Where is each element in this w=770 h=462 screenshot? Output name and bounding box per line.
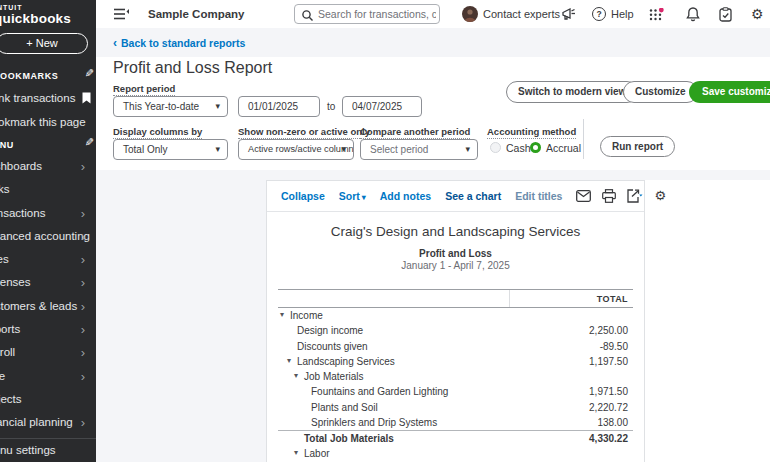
sidebar-item-advanced-accounting[interactable]: Advanced accounting› — [0, 225, 96, 248]
help-icon[interactable]: ? — [592, 7, 606, 21]
table-row-plants-and-soil[interactable]: Plants and Soil 2,220.72 — [278, 400, 633, 415]
bookmark-icon — [82, 92, 91, 104]
avatar[interactable] — [462, 6, 478, 22]
table-row-total-job-materials[interactable]: Total Job Materials 4,330.22 — [278, 430, 633, 445]
sidebar-item-expenses[interactable]: Expenses› — [0, 271, 96, 294]
report-settings-gear-icon[interactable]: ⚙ — [654, 189, 666, 203]
sidebar: INTUIT quickbooks + New BOOKMARKS ✎ Bank… — [0, 0, 96, 462]
collapse-nav-icon[interactable] — [114, 8, 129, 20]
table-row-income[interactable]: ▾ Income — [278, 308, 633, 323]
sidebar-item-time[interactable]: Time› — [0, 365, 96, 388]
chevron-right-icon: › — [81, 318, 85, 341]
sidebar-divider — [0, 438, 96, 439]
sort-dropdown[interactable]: Sort▾ — [339, 190, 366, 202]
cash-radio-label: Cash — [506, 142, 531, 154]
run-report-button[interactable]: Run report — [600, 136, 675, 157]
date-from-input[interactable]: 01/01/2025 — [238, 96, 320, 117]
new-button[interactable]: + New — [0, 33, 88, 54]
sidebar-item-menu-settings[interactable]: Menu settings — [0, 444, 56, 456]
sidebar-item-bank-transactions[interactable]: Bank transactions — [0, 92, 75, 104]
edit-titles-link[interactable]: Edit titles — [515, 190, 562, 202]
bookmarks-section-header: BOOKMARKS — [0, 71, 58, 81]
report-toolbar: Collapse Sort▾ Add notes See a chart Edi… — [267, 181, 644, 212]
sidebar-item-financial-planning[interactable]: Financial planning› — [0, 411, 96, 434]
notifications-bell-icon[interactable] — [686, 7, 700, 22]
sidebar-item-payroll[interactable]: Payroll› — [0, 341, 96, 364]
nonzero-dropdown[interactable]: Active rows/active columns ▾ — [238, 139, 354, 160]
collapse-triangle-icon[interactable]: ▾ — [280, 307, 284, 322]
company-name[interactable]: Sample Company — [148, 0, 245, 28]
collapse-triangle-icon[interactable]: ▾ — [294, 368, 298, 383]
caret-down-icon: ▾ — [465, 140, 470, 159]
cash-radio[interactable] — [490, 142, 501, 153]
report-card: Collapse Sort▾ Add notes See a chart Edi… — [266, 180, 645, 462]
chevron-right-icon: › — [81, 411, 85, 434]
add-notes-link[interactable]: Add notes — [380, 190, 431, 202]
caret-down-icon: ▾ — [215, 97, 220, 116]
sidebar-item-sales[interactable]: Sales› — [0, 248, 96, 271]
accrual-radio[interactable] — [530, 142, 541, 153]
back-to-standard-reports-link[interactable]: ‹Back to standard reports — [113, 36, 245, 50]
collapse-link[interactable]: Collapse — [281, 190, 325, 202]
column-divider — [509, 290, 510, 307]
global-search[interactable] — [294, 4, 440, 24]
switch-to-modern-view-button[interactable]: Switch to modern view — [506, 81, 638, 103]
sidebar-item-projects[interactable]: Projects — [0, 388, 96, 411]
date-to-input[interactable]: 04/07/2025 — [342, 96, 422, 117]
chevron-right-icon: › — [81, 365, 85, 388]
report-area-left-margin — [96, 170, 266, 462]
collapse-triangle-icon[interactable]: ▾ — [294, 445, 298, 460]
quickbooks-logo-text: quickbooks — [0, 12, 71, 27]
search-input[interactable] — [318, 5, 436, 23]
sidebar-item-dashboards[interactable]: Dashboards› — [0, 155, 96, 178]
megaphone-icon[interactable] — [562, 8, 576, 20]
page-title: Profit and Loss Report — [113, 59, 272, 77]
sidebar-item-transactions[interactable]: Transactions› — [0, 202, 96, 225]
top-navbar: Sample Company Contact experts — [96, 0, 770, 28]
display-columns-dropdown[interactable]: Total Only ▾ — [113, 139, 228, 160]
chevron-right-icon: › — [81, 248, 85, 271]
chevron-right-icon: › — [81, 271, 85, 294]
collapse-triangle-icon[interactable]: ▾ — [287, 353, 291, 368]
sidebar-item-customers-leads[interactable]: Customers & leads› — [0, 295, 96, 318]
print-icon[interactable] — [602, 189, 616, 203]
table-row-job-materials[interactable]: ▾ Job Materials — [278, 369, 633, 384]
compare-period-dropdown[interactable]: Select period ▾ — [360, 139, 478, 160]
report-company-name: Craig's Design and Landscaping Services — [267, 224, 644, 239]
chevron-right-icon: › — [81, 225, 85, 248]
settings-gear-icon[interactable]: ⚙ — [751, 7, 764, 21]
help-button[interactable]: Help — [611, 0, 634, 28]
table-row-landscaping-services[interactable]: ▾ Landscaping Services 1,197.50 — [278, 354, 633, 369]
table-row-fountains-garden-lighting[interactable]: Fountains and Garden Lighting 1,971.50 — [278, 384, 633, 399]
caret-down-icon: ▾ — [362, 193, 366, 202]
report-action-icons: ⚙ — [576, 189, 666, 203]
contact-experts-button[interactable]: Contact experts — [483, 0, 560, 28]
sidebar-item-bookmark-this-page[interactable]: Bookmark this page — [0, 116, 86, 128]
sidebar-menu: Dashboards› Tasks Transactions› Advanced… — [0, 155, 96, 435]
apps-grid-icon[interactable] — [649, 8, 664, 21]
table-row-discounts-given[interactable]: Discounts given -89.50 — [278, 339, 633, 354]
chevron-right-icon: › — [81, 202, 85, 225]
edit-menu-pencil-icon[interactable]: ✎ — [80, 136, 94, 149]
sidebar-item-tasks[interactable]: Tasks — [0, 178, 96, 201]
table-row-design-income[interactable]: Design income 2,250.00 — [278, 323, 633, 338]
edit-bookmarks-pencil-icon[interactable]: ✎ — [80, 67, 94, 80]
email-icon[interactable] — [576, 190, 591, 202]
search-icon — [302, 10, 313, 21]
export-icon[interactable] — [627, 189, 643, 203]
accrual-radio-label: Accrual — [546, 142, 581, 154]
save-customization-button[interactable]: Save customization — [689, 81, 770, 103]
table-row-labor[interactable]: ▾ Labor — [278, 446, 633, 461]
table-row-sprinklers-drip-systems[interactable]: Sprinklers and Drip Systems 138.00 — [278, 415, 633, 430]
report-period-label: Report period — [113, 83, 175, 96]
sidebar-item-reports[interactable]: Reports› — [0, 318, 96, 341]
customize-button[interactable]: Customize — [623, 81, 698, 103]
total-column-header: TOTAL — [597, 290, 628, 309]
compare-period-label: Compare another period — [360, 126, 470, 139]
see-a-chart-link[interactable]: See a chart — [445, 190, 501, 202]
report-period-dropdown[interactable]: This Year-to-date ▾ — [113, 96, 228, 117]
back-chevron-icon: ‹ — [113, 36, 117, 50]
tasks-clipboard-icon[interactable] — [719, 7, 732, 22]
breadcrumb-bar: ‹Back to standard reports — [96, 28, 770, 57]
caret-down-icon: ▾ — [215, 140, 220, 159]
